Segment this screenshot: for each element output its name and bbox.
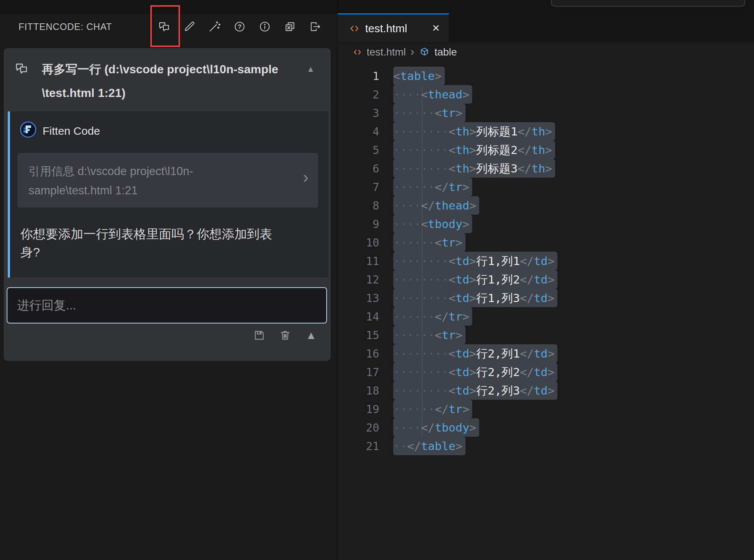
svg-text:?: ? [238,23,241,30]
session-chat-icon [14,61,29,77]
whitespace-dots: ········ [393,162,448,175]
assistant-message: 你想要添加一行到表格里面吗？你想添加到表 身? [20,225,323,261]
code-line[interactable]: 14······</tr> [338,307,754,326]
assistant-name: Fitten Code [43,125,100,137]
reply-input-box [7,287,327,323]
whitespace-dots: ···· [393,199,421,212]
line-number: 11 [338,255,379,268]
code-line[interactable]: 13········<td>行1,列3</td> [338,289,754,307]
sidebar-toolbar: ? [157,20,322,33]
code-text: ········<th>列标题1</th> [393,122,555,141]
code-line[interactable]: 10······<tr> [338,233,754,252]
code-text: ········<td>行1,列1</td> [393,252,557,270]
whitespace-dots: ···· [393,88,421,101]
symbol-cube-icon [419,47,430,58]
html-file-icon [353,47,362,57]
session-title[interactable]: 再多写一行 (d:\vscode project\l10n-sample \te… [42,57,303,105]
sign-out-button[interactable] [308,20,322,33]
tab-test-html[interactable]: test.html ✕ [338,13,449,42]
assistant-response-block: Fitten Code 引用信息 d:\vscode project\l10n-… [8,111,328,278]
code-line[interactable]: 19······</tr> [338,400,754,418]
code-line[interactable]: 8····</thead> [338,196,754,215]
code-line[interactable]: 3······<tr> [338,104,754,122]
code-line[interactable]: 20····</tbody> [338,418,754,437]
code-line[interactable]: 7······</tr> [338,178,754,196]
wand-icon [208,20,221,33]
help-button[interactable]: ? [233,20,246,33]
magic-wand-button[interactable] [208,20,221,33]
code-line[interactable]: 11········<td>行1,列1</td> [338,252,754,270]
code-line[interactable]: 17········<td>行2,列2</td> [338,363,754,381]
whitespace-dots: ········ [393,254,448,268]
line-number: 2 [338,88,379,101]
whitespace-dots: ········ [393,384,448,397]
line-number: 13 [338,292,379,305]
code-line[interactable]: 2····<thead> [338,85,754,104]
code-line[interactable]: 9····<tbody> [338,215,754,233]
toolbar-highlight-frame [150,5,180,47]
code-line[interactable]: 21··</table> [338,437,754,455]
info-icon [258,20,271,33]
trash-icon [279,329,291,342]
code-line[interactable]: 16········<td>行2,列1</td> [338,344,754,363]
breadcrumb: test.html › table [338,42,754,62]
line-number: 1 [338,70,379,83]
sidebar-title: FITTENCODE: CHAT [19,21,112,32]
code-text: ····</thead> [393,196,479,215]
code-text: ····<thead> [393,85,472,104]
breadcrumb-symbol[interactable]: table [434,46,457,58]
code-text: <table> [393,67,445,85]
code-text: ······</tr> [393,307,472,326]
code-line[interactable]: 6········<th>列标题3</th> [338,159,754,178]
sign-out-icon [309,20,321,33]
tab-label: test.html [365,22,407,35]
reference-info-box[interactable]: 引用信息 d:\vscode project\l10n- sample\test… [17,153,318,208]
line-number: 8 [338,199,379,212]
code-line[interactable]: 15······<tr> [338,326,754,344]
whitespace-dots: ········ [393,365,448,379]
code-text: ········<td>行2,列3</td> [393,381,557,400]
command-center-box[interactable] [551,0,745,7]
collapse-session-button[interactable]: ▲ [307,64,315,74]
code-line[interactable]: 18········<td>行2,列3</td> [338,381,754,400]
info-button[interactable] [258,20,271,33]
submit-reply-button[interactable]: ▲ [304,329,318,342]
code-text: ········<td>行1,列3</td> [393,289,557,307]
whitespace-dots: ········ [393,143,448,157]
code-lines: 1<table>2····<thead>3······<tr>4········… [338,67,754,455]
code-text: ··</table> [393,437,466,455]
chevron-right-icon[interactable]: › [303,168,308,185]
indent-guide [422,86,423,437]
code-text: ······</tr> [393,178,472,196]
code-text: ······<tr> [393,233,466,252]
code-text: ········<td>行2,列1</td> [393,344,557,363]
code-text: ······<tr> [393,326,466,344]
code-line[interactable]: 5········<th>列标题2</th> [338,141,754,159]
code-text: ········<td>行2,列2</td> [393,363,557,381]
line-number: 18 [338,384,379,397]
edit-button[interactable] [183,20,196,33]
save-chat-button[interactable] [253,329,266,342]
code-text: ····</tbody> [393,418,479,437]
line-number: 16 [338,347,379,360]
delete-chat-button[interactable] [278,329,292,342]
whitespace-dots: ···· [393,421,421,434]
session-title-line2: \test.html 1:21) [42,81,303,105]
line-number: 14 [338,310,379,323]
line-number: 9 [338,218,379,231]
code-line[interactable]: 1<table> [338,67,754,85]
line-number: 5 [338,144,379,157]
code-text: ······</tr> [393,400,472,418]
tab-close-icon[interactable]: ✕ [432,23,440,34]
whitespace-dots: ········ [393,273,448,286]
reply-input[interactable] [7,288,326,323]
whitespace-dots: ······ [393,310,435,323]
breadcrumb-file[interactable]: test.html [367,46,406,58]
line-number: 15 [338,329,379,342]
close-all-button[interactable] [283,20,297,33]
html-file-icon [349,23,360,34]
whitespace-dots: ······ [393,402,435,416]
code-line[interactable]: 4········<th>列标题1</th> [338,122,754,141]
breadcrumb-separator-icon: › [410,46,414,56]
code-line[interactable]: 12········<td>行1,列2</td> [338,270,754,289]
